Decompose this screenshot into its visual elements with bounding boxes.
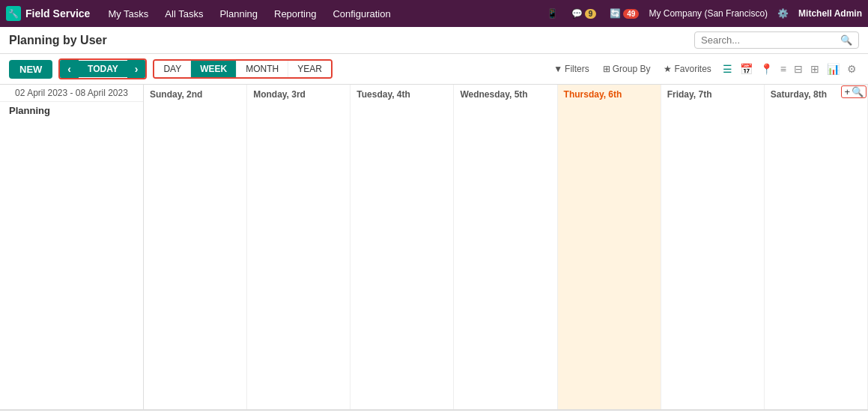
subbar: Planning by User 🔍	[0, 27, 868, 54]
grid-icon[interactable]: ⊞	[808, 61, 822, 76]
menu-reporting[interactable]: Reporting	[267, 5, 324, 22]
favorites-button[interactable]: ★ Favorites	[659, 61, 715, 76]
zoom-out-button[interactable]: 🔍	[852, 87, 864, 97]
toolbar: NEW ‹ TODAY › DAY WEEK MONTH YEAR ▼ Filt…	[0, 54, 868, 85]
top-right-controls: 📱 💬 9 🔄 49 My Company (San Francisco) ⚙️…	[543, 7, 862, 20]
menu-my-tasks[interactable]: My Tasks	[100, 5, 156, 22]
user-name: Mitchell Admin	[798, 8, 862, 19]
col-header-mon: Monday, 3rd	[247, 85, 350, 409]
view-icons: ☰ 📅 📍 ≡ ⊟ ⊞ 📊 ⚙	[720, 61, 859, 76]
col-header-sat: Saturday, 8th	[765, 85, 868, 409]
new-button[interactable]: NEW	[9, 60, 52, 79]
activity-icon-button[interactable]: 🔄 49	[606, 7, 643, 20]
star-icon: ★	[664, 64, 672, 74]
settings-view-icon[interactable]: ⚙	[845, 61, 859, 76]
sidebar-planning-label: Planning	[0, 102, 143, 119]
search-input[interactable]	[701, 34, 836, 46]
view-day[interactable]: DAY	[154, 61, 191, 77]
zoom-controls: + 🔍	[841, 85, 867, 98]
app-brand[interactable]: 🔧 Field Service	[6, 6, 90, 21]
menu-configuration[interactable]: Configuration	[325, 5, 398, 22]
col-header-tue: Tuesday, 4th	[350, 85, 454, 409]
group-icon: ⊞	[603, 64, 610, 74]
chat-badge: 9	[585, 9, 597, 19]
app-name: Field Service	[25, 7, 90, 19]
search-icon: 🔍	[840, 34, 852, 46]
toolbar-right: ▼ Filters ⊞ Group By ★ Favorites ☰ 📅 📍 ≡…	[549, 61, 859, 76]
menu-all-tasks[interactable]: All Tasks	[157, 5, 210, 22]
filter-icon: ▼	[553, 64, 562, 74]
calendar-container: 02 April 2023 - 08 April 2023 Planning S…	[0, 85, 868, 411]
list-view-icon[interactable]: ☰	[720, 61, 735, 76]
chart-icon[interactable]: 📊	[825, 61, 842, 76]
settings-icon-button[interactable]: ⚙️	[774, 7, 792, 20]
view-group: DAY WEEK MONTH YEAR	[153, 59, 332, 79]
top-menu: My Tasks All Tasks Planning Reporting Co…	[100, 5, 539, 22]
view-year[interactable]: YEAR	[288, 61, 331, 77]
col-header-thu: Thursday, 6th + 🔍	[558, 85, 661, 409]
calendar-icon[interactable]: 📅	[738, 61, 755, 76]
group-by-button[interactable]: ⊞ Group By	[598, 61, 655, 76]
navigation-group: ‹ TODAY ›	[58, 58, 147, 79]
today-button[interactable]: TODAY	[79, 61, 127, 77]
app-icon: 🔧	[6, 6, 21, 21]
zoom-in-button[interactable]: +	[844, 87, 850, 97]
activity-badge: 49	[623, 9, 639, 19]
date-range-header: 02 April 2023 - 08 April 2023	[0, 85, 143, 102]
columns-icon[interactable]: ⊟	[792, 61, 805, 76]
view-week[interactable]: WEEK	[191, 61, 237, 77]
prev-button[interactable]: ‹	[60, 60, 79, 78]
menu-planning[interactable]: Planning	[212, 5, 265, 22]
search-box[interactable]: 🔍	[694, 31, 859, 49]
company-name: My Company (San Francisco)	[649, 8, 768, 19]
phone-icon-button[interactable]: 📱	[543, 7, 562, 20]
view-month[interactable]: MONTH	[237, 61, 288, 77]
map-icon[interactable]: 📍	[758, 61, 775, 76]
col-header-fri: Friday, 7th	[661, 85, 765, 409]
top-navigation: 🔧 Field Service My Tasks All Tasks Plann…	[0, 0, 868, 27]
table-view-icon[interactable]: ≡	[778, 61, 789, 76]
col-header-sun: Sunday, 2nd	[144, 85, 247, 409]
chat-icon-button[interactable]: 💬 9	[568, 7, 601, 20]
col-header-wed: Wednesday, 5th	[454, 85, 557, 409]
next-button[interactable]: ›	[127, 60, 146, 78]
column-headers: Sunday, 2nd Monday, 3rd Tuesday, 4th Wed…	[144, 85, 868, 409]
filters-button[interactable]: ▼ Filters	[549, 61, 594, 76]
page-title: Planning by User	[9, 34, 688, 47]
